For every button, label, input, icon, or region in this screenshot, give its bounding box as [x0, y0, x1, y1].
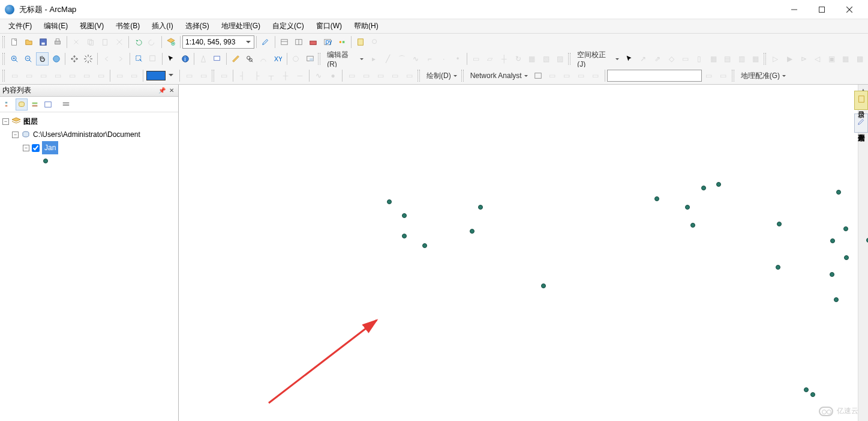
- fixed-zoomout-button[interactable]: [82, 52, 95, 65]
- maximize-button[interactable]: [808, 0, 836, 19]
- layer-visibility-checkbox[interactable]: [32, 144, 40, 152]
- map-scale-combo[interactable]: 1:140, 545, 993: [182, 35, 254, 49]
- map-point[interactable]: [422, 243, 427, 248]
- map-point[interactable]: [701, 186, 706, 190]
- editor-menu[interactable]: 编辑器(R): [323, 52, 367, 65]
- catalog-tab[interactable]: 目录: [854, 91, 868, 110]
- select-adj-button[interactable]: [623, 52, 635, 65]
- toolbar-grip[interactable]: [418, 70, 420, 82]
- select-features-button[interactable]: [133, 52, 145, 65]
- find-button[interactable]: [243, 52, 256, 65]
- layer-name[interactable]: Jan: [42, 141, 58, 154]
- zoom-out-button[interactable]: [22, 52, 34, 65]
- map-point[interactable]: [690, 223, 695, 228]
- map-point[interactable]: [804, 387, 809, 392]
- network-analyst-menu[interactable]: Network Analyst: [466, 69, 531, 82]
- map-point[interactable]: [843, 226, 848, 231]
- add-data-button[interactable]: [164, 35, 178, 49]
- list-by-visibility-button[interactable]: [29, 98, 41, 111]
- map-point[interactable]: [478, 205, 483, 210]
- map-point[interactable]: [387, 199, 392, 204]
- toolbar-grip[interactable]: [212, 70, 214, 82]
- toolbar-grip[interactable]: [2, 53, 5, 65]
- toolbox-button[interactable]: [307, 35, 320, 49]
- map-point[interactable]: [834, 297, 839, 302]
- menu-file[interactable]: 文件(F): [2, 19, 38, 33]
- viewer-window-button[interactable]: [304, 52, 316, 65]
- html-popup-button[interactable]: [211, 52, 224, 65]
- menu-bookmarks[interactable]: 书签(B): [110, 19, 146, 33]
- catalog-button[interactable]: [354, 35, 367, 49]
- toolbar-grip[interactable]: [2, 70, 5, 82]
- identify-button[interactable]: i: [179, 52, 191, 65]
- na-window-button[interactable]: [531, 69, 545, 82]
- tree-layer[interactable]: − Jan: [1, 141, 177, 154]
- close-button[interactable]: [836, 0, 863, 19]
- map-view[interactable]: ▲ 目录 创建要素 亿速云: [179, 85, 868, 421]
- menu-edit[interactable]: 编辑(E): [38, 19, 74, 33]
- toolbar-grip[interactable]: [732, 70, 734, 82]
- pan-button[interactable]: [36, 52, 49, 65]
- tree-datasource[interactable]: − C:\Users\Administrator\Document: [1, 128, 177, 141]
- create-features-tab[interactable]: 创建要素: [854, 114, 868, 133]
- editor-toolbar-button[interactable]: [259, 35, 272, 49]
- goto-xy-button[interactable]: XY: [271, 52, 284, 65]
- full-extent-button[interactable]: [50, 52, 62, 65]
- table-button-1[interactable]: [278, 35, 291, 49]
- minimize-button[interactable]: [780, 0, 808, 19]
- map-point[interactable]: [777, 222, 782, 226]
- open-button[interactable]: [22, 35, 35, 49]
- collapse-icon[interactable]: −: [2, 118, 9, 125]
- menu-customize[interactable]: 自定义(C): [266, 19, 310, 33]
- toolbar-grip[interactable]: [461, 70, 464, 82]
- zoom-in-button[interactable]: [8, 52, 20, 65]
- list-by-drawing-button[interactable]: [2, 98, 14, 111]
- spatial-adjust-menu[interactable]: 空间校正(J): [573, 52, 622, 65]
- toc-options-button[interactable]: [60, 98, 72, 111]
- map-point[interactable]: [776, 265, 780, 270]
- georef-menu[interactable]: 地理配准(G): [737, 69, 789, 82]
- na-dataset-combo[interactable]: [607, 70, 702, 82]
- print-button[interactable]: [51, 35, 64, 49]
- map-point[interactable]: [470, 229, 474, 234]
- model-button[interactable]: [335, 35, 349, 49]
- collapse-icon[interactable]: −: [23, 145, 29, 151]
- measure-button[interactable]: [229, 52, 242, 65]
- map-point[interactable]: [810, 392, 815, 397]
- fixed-zoomin-button[interactable]: [68, 52, 80, 65]
- map-point[interactable]: [830, 238, 835, 243]
- python-button[interactable]: py: [321, 35, 334, 49]
- close-icon[interactable]: ✕: [167, 86, 176, 95]
- toolbar-grip[interactable]: [568, 53, 570, 65]
- menu-window[interactable]: 窗口(W): [310, 19, 348, 33]
- toolbar-grip[interactable]: [2, 36, 5, 48]
- toolbar-grip[interactable]: [318, 53, 320, 65]
- map-point[interactable]: [685, 205, 690, 210]
- map-point[interactable]: [830, 272, 834, 277]
- undo-button[interactable]: [131, 35, 145, 49]
- map-point[interactable]: [716, 182, 721, 187]
- tree-root[interactable]: − 图层: [1, 115, 177, 128]
- menu-geoproc[interactable]: 地理处理(G): [215, 19, 266, 33]
- list-by-selection-button[interactable]: [42, 98, 54, 111]
- map-point[interactable]: [654, 196, 659, 201]
- map-point[interactable]: [402, 234, 407, 238]
- map-point[interactable]: [836, 190, 841, 195]
- pin-icon[interactable]: 📌: [158, 86, 166, 95]
- menu-selection[interactable]: 选择(S): [179, 19, 215, 33]
- collapse-icon[interactable]: −: [12, 132, 19, 138]
- menu-insert[interactable]: 插入(I): [146, 19, 179, 33]
- menu-help[interactable]: 帮助(H): [348, 19, 385, 33]
- map-point[interactable]: [541, 283, 546, 288]
- save-button[interactable]: [37, 35, 50, 49]
- select-elements-button[interactable]: [165, 52, 178, 65]
- new-button[interactable]: [8, 35, 21, 49]
- fill-color-picker[interactable]: [145, 71, 178, 80]
- tree-symbol[interactable]: [1, 154, 177, 168]
- draw-menu[interactable]: 绘制(D): [422, 69, 460, 82]
- toolbar-grip[interactable]: [764, 53, 766, 65]
- list-by-source-button[interactable]: [16, 98, 28, 111]
- table-button-2[interactable]: [292, 35, 305, 49]
- map-point[interactable]: [402, 213, 407, 218]
- menu-view[interactable]: 视图(V): [74, 19, 110, 33]
